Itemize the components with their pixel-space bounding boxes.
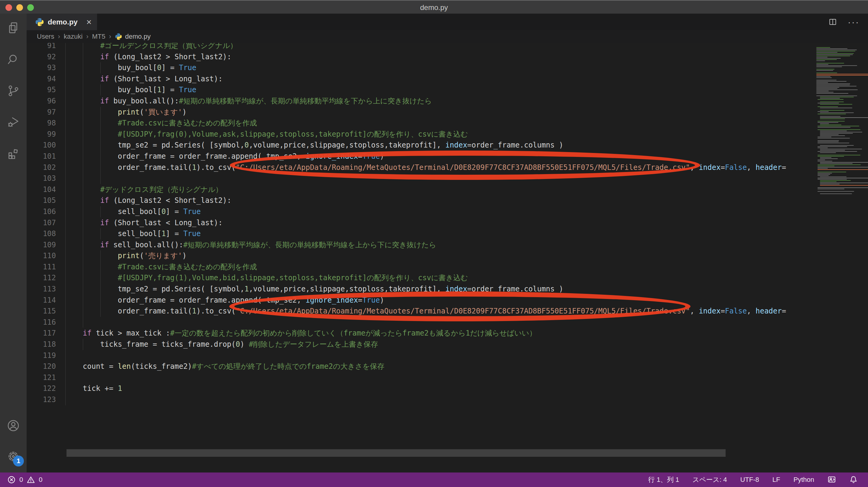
line-number[interactable]: 95 <box>27 84 56 95</box>
line-number[interactable]: 122 <box>27 383 56 394</box>
code-line[interactable]: 97 print('買います') <box>27 107 868 118</box>
line-number[interactable]: 103 <box>27 173 56 184</box>
line-number[interactable]: 111 <box>27 262 56 273</box>
line-number[interactable]: 94 <box>27 73 56 85</box>
code-line[interactable]: 111 #Trade.csvに書き込むための配列を作成 <box>27 262 868 273</box>
line-number[interactable]: 100 <box>27 140 56 151</box>
code-line[interactable]: 117 if tick > max_tick :#一定の数を超えたら配列の初めか… <box>27 328 868 339</box>
line-number[interactable]: 123 <box>27 394 56 405</box>
code-line[interactable]: 92 if (Long_last2 > Short_last2): <box>27 51 868 63</box>
line-number[interactable]: 115 <box>27 306 56 317</box>
line-number[interactable]: 92 <box>27 51 56 63</box>
code-line[interactable]: 96 if buy_bool.all():#短期の単純移動平均線が、長期の単純移… <box>27 95 868 107</box>
code-line[interactable]: 100 tmp_se2 = pd.Series( [symbol,0,volum… <box>27 140 868 151</box>
indent-guide <box>65 43 66 51</box>
errors-icon[interactable] <box>7 476 16 484</box>
status-item[interactable]: 行 1、列 1 <box>648 475 679 484</box>
indent-guide <box>100 262 101 273</box>
indent-guide <box>65 162 66 173</box>
code-text <box>56 394 868 405</box>
code-line[interactable]: 118 ticks_frame = ticks_frame.drop(0) #削… <box>27 339 868 350</box>
code-line[interactable]: 105 if (Long_last2 < Short_last2): <box>27 195 868 206</box>
line-number[interactable]: 118 <box>27 339 56 350</box>
line-number[interactable]: 91 <box>27 43 56 51</box>
code-line[interactable]: 112 #[USDJPY,frag(1),Volume,bid,slippage… <box>27 272 868 283</box>
line-number[interactable]: 93 <box>27 62 56 73</box>
minimap[interactable] <box>816 43 868 473</box>
breadcrumb-file[interactable]: demo.py <box>115 33 151 40</box>
errors-count[interactable]: 0 <box>19 476 23 484</box>
settings-gear-icon[interactable]: 1 <box>6 450 20 463</box>
code-line[interactable]: 120 count = len(ticks_frame2)#すべての処理が終了し… <box>27 361 868 372</box>
line-number[interactable]: 116 <box>27 317 56 328</box>
code-line[interactable]: 99 #[USDJPY,frag(0),Volume,ask,slippage,… <box>27 129 868 140</box>
indent-guide <box>83 195 83 206</box>
status-item[interactable]: Python <box>794 476 814 484</box>
code-text <box>56 350 868 361</box>
warnings-count[interactable]: 0 <box>39 476 42 484</box>
line-number[interactable]: 104 <box>27 184 56 195</box>
search-icon[interactable] <box>6 52 20 66</box>
code-line[interactable]: 122 tick += 1 <box>27 383 868 394</box>
line-number[interactable]: 110 <box>27 250 56 262</box>
line-number[interactable]: 96 <box>27 95 56 107</box>
split-editor-icon[interactable] <box>828 18 837 27</box>
line-number[interactable]: 114 <box>27 295 56 306</box>
indent-guide <box>83 162 83 173</box>
line-number[interactable]: 117 <box>27 328 56 339</box>
code-line[interactable]: 106 sell_bool[0] = True <box>27 206 868 217</box>
extensions-icon[interactable] <box>6 147 20 160</box>
notifications-bell-icon[interactable] <box>849 476 858 484</box>
line-number[interactable]: 112 <box>27 272 56 283</box>
line-number[interactable]: 101 <box>27 151 56 162</box>
line-number[interactable]: 102 <box>27 162 56 173</box>
status-item[interactable]: LF <box>772 476 780 484</box>
code-editor[interactable]: 91 #ゴールデンクロス判定（買いシグナル）92 if (Long_last2 … <box>27 43 868 473</box>
line-number[interactable]: 99 <box>27 129 56 140</box>
code-text <box>56 372 868 383</box>
line-number[interactable]: 120 <box>27 361 56 372</box>
code-line[interactable]: 98 #Trade.csvに書き込むための配列を作成 <box>27 118 868 129</box>
line-number[interactable]: 97 <box>27 107 56 118</box>
warnings-icon[interactable] <box>27 476 35 484</box>
tab-close-icon[interactable]: × <box>86 18 92 27</box>
accounts-icon[interactable] <box>6 419 20 433</box>
code-line[interactable]: 119 <box>27 350 868 361</box>
code-line[interactable]: 123 <box>27 394 868 405</box>
horizontal-scrollbar-thumb[interactable] <box>66 449 725 457</box>
tab-demo-py[interactable]: demo.py × <box>27 13 97 30</box>
line-number[interactable]: 121 <box>27 372 56 383</box>
feedback-icon[interactable] <box>828 476 836 484</box>
code-line[interactable]: 93 buy_bool[0] = True <box>27 62 868 73</box>
more-actions-icon[interactable]: ··· <box>848 17 860 27</box>
code-line[interactable]: 110 print('売ります') <box>27 250 868 262</box>
code-line[interactable]: 109 if sell_bool.all():#短期の単純移動平均線が、長期の単… <box>27 239 868 251</box>
line-number[interactable]: 98 <box>27 118 56 129</box>
explorer-icon[interactable] <box>6 21 20 35</box>
line-number[interactable]: 108 <box>27 228 56 239</box>
line-number[interactable]: 119 <box>27 350 56 361</box>
line-number[interactable]: 105 <box>27 195 56 206</box>
code-line[interactable]: 95 buy_bool[1] = True <box>27 84 868 95</box>
breadcrumb-item[interactable]: Users <box>37 33 54 40</box>
status-item[interactable]: UTF-8 <box>740 476 759 484</box>
line-number[interactable]: 107 <box>27 217 56 229</box>
indent-guide <box>100 206 101 217</box>
code-line[interactable]: 107 if (Short_last < Long_last): <box>27 217 868 229</box>
code-line[interactable]: 94 if (Short_last > Long_last): <box>27 73 868 85</box>
line-number[interactable]: 106 <box>27 206 56 217</box>
breadcrumb-item[interactable]: MT5 <box>92 33 105 40</box>
status-item[interactable]: スペース: 4 <box>692 475 727 484</box>
code-line[interactable]: 91 #ゴールデンクロス判定（買いシグナル） <box>27 43 868 51</box>
breadcrumb-separator-icon: › <box>86 33 88 40</box>
code-line[interactable]: 104 #デッドクロス判定（売りシグナル） <box>27 184 868 195</box>
code-text: #[USDJPY,frag(0),Volume,ask,slippage,sto… <box>56 129 868 140</box>
breadcrumb-separator-icon: › <box>109 33 111 40</box>
breadcrumb-item[interactable]: kazuki <box>64 33 83 40</box>
source-control-icon[interactable] <box>6 84 20 98</box>
run-debug-icon[interactable] <box>6 115 20 129</box>
code-line[interactable]: 121 <box>27 372 868 383</box>
line-number[interactable]: 113 <box>27 283 56 295</box>
line-number[interactable]: 109 <box>27 239 56 251</box>
code-line[interactable]: 108 sell_bool[1] = True <box>27 228 868 239</box>
